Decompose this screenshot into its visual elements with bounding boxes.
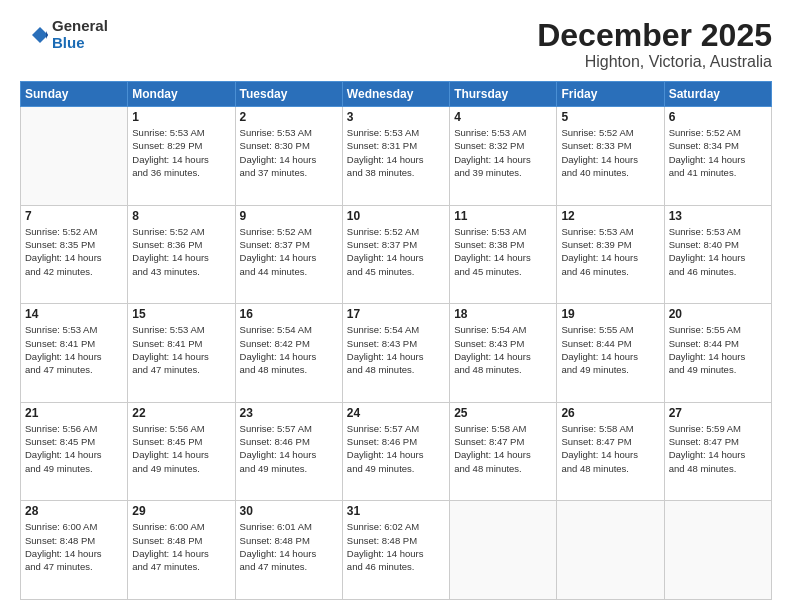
col-wednesday: Wednesday: [342, 82, 449, 107]
calendar-header: Sunday Monday Tuesday Wednesday Thursday…: [21, 82, 772, 107]
day-number: 24: [347, 406, 445, 420]
month-year: December 2025: [537, 18, 772, 53]
day-info: Sunrise: 5:56 AMSunset: 8:45 PMDaylight:…: [25, 422, 123, 475]
day-info: Sunrise: 5:52 AMSunset: 8:36 PMDaylight:…: [132, 225, 230, 278]
calendar-week-4: 28Sunrise: 6:00 AMSunset: 8:48 PMDayligh…: [21, 501, 772, 600]
col-tuesday: Tuesday: [235, 82, 342, 107]
day-info: Sunrise: 5:53 AMSunset: 8:41 PMDaylight:…: [25, 323, 123, 376]
day-info: Sunrise: 5:53 AMSunset: 8:31 PMDaylight:…: [347, 126, 445, 179]
day-info: Sunrise: 5:52 AMSunset: 8:37 PMDaylight:…: [240, 225, 338, 278]
calendar-cell: 1Sunrise: 5:53 AMSunset: 8:29 PMDaylight…: [128, 107, 235, 206]
day-info: Sunrise: 6:02 AMSunset: 8:48 PMDaylight:…: [347, 520, 445, 573]
col-monday: Monday: [128, 82, 235, 107]
day-info: Sunrise: 6:00 AMSunset: 8:48 PMDaylight:…: [132, 520, 230, 573]
calendar-cell: 13Sunrise: 5:53 AMSunset: 8:40 PMDayligh…: [664, 205, 771, 304]
day-number: 9: [240, 209, 338, 223]
day-number: 31: [347, 504, 445, 518]
day-number: 13: [669, 209, 767, 223]
day-info: Sunrise: 5:54 AMSunset: 8:43 PMDaylight:…: [454, 323, 552, 376]
calendar-cell: 18Sunrise: 5:54 AMSunset: 8:43 PMDayligh…: [450, 304, 557, 403]
day-info: Sunrise: 6:00 AMSunset: 8:48 PMDaylight:…: [25, 520, 123, 573]
calendar-cell: 22Sunrise: 5:56 AMSunset: 8:45 PMDayligh…: [128, 402, 235, 501]
day-number: 23: [240, 406, 338, 420]
day-number: 15: [132, 307, 230, 321]
col-thursday: Thursday: [450, 82, 557, 107]
logo-icon: [20, 21, 48, 49]
calendar-cell: 21Sunrise: 5:56 AMSunset: 8:45 PMDayligh…: [21, 402, 128, 501]
day-number: 3: [347, 110, 445, 124]
calendar-cell: 31Sunrise: 6:02 AMSunset: 8:48 PMDayligh…: [342, 501, 449, 600]
day-info: Sunrise: 5:54 AMSunset: 8:42 PMDaylight:…: [240, 323, 338, 376]
calendar-cell: 25Sunrise: 5:58 AMSunset: 8:47 PMDayligh…: [450, 402, 557, 501]
calendar-cell: 3Sunrise: 5:53 AMSunset: 8:31 PMDaylight…: [342, 107, 449, 206]
day-number: 8: [132, 209, 230, 223]
calendar-cell: 26Sunrise: 5:58 AMSunset: 8:47 PMDayligh…: [557, 402, 664, 501]
day-info: Sunrise: 5:54 AMSunset: 8:43 PMDaylight:…: [347, 323, 445, 376]
calendar-cell: 10Sunrise: 5:52 AMSunset: 8:37 PMDayligh…: [342, 205, 449, 304]
day-number: 11: [454, 209, 552, 223]
day-number: 4: [454, 110, 552, 124]
day-info: Sunrise: 5:52 AMSunset: 8:37 PMDaylight:…: [347, 225, 445, 278]
day-number: 20: [669, 307, 767, 321]
location: Highton, Victoria, Australia: [537, 53, 772, 71]
day-number: 2: [240, 110, 338, 124]
day-number: 19: [561, 307, 659, 321]
day-number: 6: [669, 110, 767, 124]
day-info: Sunrise: 5:53 AMSunset: 8:30 PMDaylight:…: [240, 126, 338, 179]
day-info: Sunrise: 5:59 AMSunset: 8:47 PMDaylight:…: [669, 422, 767, 475]
col-friday: Friday: [557, 82, 664, 107]
calendar-cell: 19Sunrise: 5:55 AMSunset: 8:44 PMDayligh…: [557, 304, 664, 403]
header: General Blue December 2025 Highton, Vict…: [20, 18, 772, 71]
day-number: 22: [132, 406, 230, 420]
calendar-cell: 5Sunrise: 5:52 AMSunset: 8:33 PMDaylight…: [557, 107, 664, 206]
page: General Blue December 2025 Highton, Vict…: [0, 0, 792, 612]
day-number: 17: [347, 307, 445, 321]
day-info: Sunrise: 5:52 AMSunset: 8:35 PMDaylight:…: [25, 225, 123, 278]
calendar-cell: [557, 501, 664, 600]
day-info: Sunrise: 5:57 AMSunset: 8:46 PMDaylight:…: [347, 422, 445, 475]
calendar-cell: 8Sunrise: 5:52 AMSunset: 8:36 PMDaylight…: [128, 205, 235, 304]
calendar-cell: 11Sunrise: 5:53 AMSunset: 8:38 PMDayligh…: [450, 205, 557, 304]
day-info: Sunrise: 6:01 AMSunset: 8:48 PMDaylight:…: [240, 520, 338, 573]
calendar-cell: 4Sunrise: 5:53 AMSunset: 8:32 PMDaylight…: [450, 107, 557, 206]
calendar-cell: 6Sunrise: 5:52 AMSunset: 8:34 PMDaylight…: [664, 107, 771, 206]
calendar-body: 1Sunrise: 5:53 AMSunset: 8:29 PMDaylight…: [21, 107, 772, 600]
header-row: Sunday Monday Tuesday Wednesday Thursday…: [21, 82, 772, 107]
calendar-week-1: 7Sunrise: 5:52 AMSunset: 8:35 PMDaylight…: [21, 205, 772, 304]
calendar-cell: 17Sunrise: 5:54 AMSunset: 8:43 PMDayligh…: [342, 304, 449, 403]
calendar-cell: [450, 501, 557, 600]
calendar-cell: 16Sunrise: 5:54 AMSunset: 8:42 PMDayligh…: [235, 304, 342, 403]
day-info: Sunrise: 5:58 AMSunset: 8:47 PMDaylight:…: [454, 422, 552, 475]
day-number: 21: [25, 406, 123, 420]
day-info: Sunrise: 5:53 AMSunset: 8:32 PMDaylight:…: [454, 126, 552, 179]
title-block: December 2025 Highton, Victoria, Austral…: [537, 18, 772, 71]
logo-general: General: [52, 18, 108, 35]
day-number: 27: [669, 406, 767, 420]
day-number: 12: [561, 209, 659, 223]
day-number: 26: [561, 406, 659, 420]
day-info: Sunrise: 5:52 AMSunset: 8:34 PMDaylight:…: [669, 126, 767, 179]
day-number: 10: [347, 209, 445, 223]
col-sunday: Sunday: [21, 82, 128, 107]
day-info: Sunrise: 5:53 AMSunset: 8:38 PMDaylight:…: [454, 225, 552, 278]
day-info: Sunrise: 5:53 AMSunset: 8:41 PMDaylight:…: [132, 323, 230, 376]
day-info: Sunrise: 5:57 AMSunset: 8:46 PMDaylight:…: [240, 422, 338, 475]
day-info: Sunrise: 5:58 AMSunset: 8:47 PMDaylight:…: [561, 422, 659, 475]
calendar-cell: [21, 107, 128, 206]
logo-text: General Blue: [52, 18, 108, 51]
calendar-cell: 20Sunrise: 5:55 AMSunset: 8:44 PMDayligh…: [664, 304, 771, 403]
day-number: 16: [240, 307, 338, 321]
day-info: Sunrise: 5:56 AMSunset: 8:45 PMDaylight:…: [132, 422, 230, 475]
day-info: Sunrise: 5:55 AMSunset: 8:44 PMDaylight:…: [669, 323, 767, 376]
day-number: 1: [132, 110, 230, 124]
day-number: 30: [240, 504, 338, 518]
day-info: Sunrise: 5:53 AMSunset: 8:29 PMDaylight:…: [132, 126, 230, 179]
day-number: 28: [25, 504, 123, 518]
calendar-cell: 28Sunrise: 6:00 AMSunset: 8:48 PMDayligh…: [21, 501, 128, 600]
calendar-cell: 12Sunrise: 5:53 AMSunset: 8:39 PMDayligh…: [557, 205, 664, 304]
calendar-week-0: 1Sunrise: 5:53 AMSunset: 8:29 PMDaylight…: [21, 107, 772, 206]
calendar-cell: 27Sunrise: 5:59 AMSunset: 8:47 PMDayligh…: [664, 402, 771, 501]
calendar-cell: 15Sunrise: 5:53 AMSunset: 8:41 PMDayligh…: [128, 304, 235, 403]
calendar-week-3: 21Sunrise: 5:56 AMSunset: 8:45 PMDayligh…: [21, 402, 772, 501]
logo: General Blue: [20, 18, 108, 51]
